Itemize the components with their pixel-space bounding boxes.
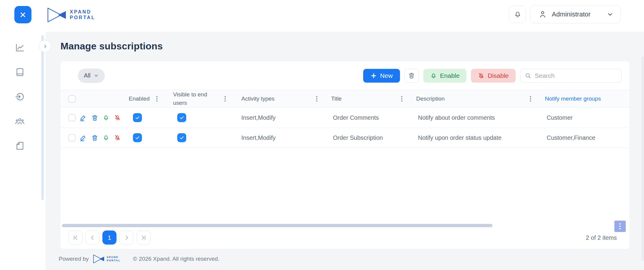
column-menu-icon[interactable] [528, 95, 533, 102]
enable-button[interactable]: Enable [423, 69, 466, 83]
first-page-icon [72, 234, 79, 241]
user-menu-label: Administrator [552, 10, 591, 18]
grid-options-button[interactable] [614, 221, 626, 232]
pagination: 1 [68, 230, 151, 245]
activity-types-cell: Insert,Modify [237, 108, 328, 128]
filter-dropdown[interactable]: All [78, 69, 105, 83]
last-page-icon [140, 234, 147, 241]
top-bar: XPAND PORTAL Administrator [0, 0, 644, 32]
previous-page-button[interactable] [85, 230, 99, 245]
sidebar [0, 32, 46, 270]
bell-icon [514, 10, 522, 18]
footer-logo: XPAND PORTAL [93, 254, 120, 263]
notify-member-groups-cell: Customer [542, 108, 629, 128]
edit-icon[interactable] [80, 134, 87, 141]
activity-types-cell: Insert,Modify [237, 128, 328, 148]
user-menu-button[interactable]: Administrator [530, 5, 621, 23]
column-menu-icon[interactable] [399, 95, 404, 102]
xpand-bowtie-logo-icon [93, 254, 104, 263]
sidebar-item-documents[interactable] [13, 141, 26, 151]
brand-name: XPAND PORTAL [70, 9, 96, 21]
sidebar-item-sign-in[interactable] [13, 92, 26, 102]
column-header-notify-member-groups[interactable]: Notify member groups [542, 90, 629, 107]
sidebar-item-analytics[interactable] [13, 43, 26, 53]
column-header-activity-types: Activity types [237, 90, 328, 107]
row-checkbox[interactable] [68, 114, 76, 122]
plus-icon [370, 72, 377, 79]
enabled-checkbox[interactable] [133, 133, 142, 142]
notify-member-groups-cell: Customer,Finance [542, 128, 629, 148]
chevron-down-icon [94, 73, 99, 78]
sidebar-item-members[interactable] [13, 116, 26, 126]
visible-checkbox[interactable] [177, 113, 186, 122]
column-menu-icon[interactable] [314, 95, 319, 102]
app-logo[interactable]: XPAND PORTAL [47, 7, 96, 22]
powered-by-label: Powered by [59, 256, 89, 262]
description-cell: Notify upon order status update [413, 128, 542, 148]
disable-row-icon[interactable] [114, 114, 121, 121]
sidebar-item-catalog[interactable] [13, 67, 26, 77]
description-cell: Notify about order comments [413, 108, 542, 128]
xpand-bowtie-logo-icon [47, 7, 66, 22]
sidebar-scroll-rail[interactable] [41, 35, 44, 200]
new-button[interactable]: New [363, 69, 400, 83]
delete-row-icon[interactable] [91, 114, 98, 121]
chevron-down-icon [607, 11, 614, 18]
delete-button[interactable] [404, 69, 419, 83]
title-cell: Order Comments [328, 108, 413, 128]
next-page-button[interactable] [119, 230, 134, 245]
table-header-row: Enabled Visible to end users Activity ty… [60, 90, 629, 108]
page-number-button[interactable]: 1 [102, 230, 116, 245]
first-page-button[interactable] [68, 230, 82, 245]
enabled-checkbox[interactable] [133, 113, 142, 122]
search-input[interactable] [535, 72, 617, 79]
edit-icon[interactable] [80, 114, 87, 121]
search-icon [525, 72, 531, 79]
column-header-enabled: Enabled [124, 90, 168, 107]
search-box [520, 69, 622, 83]
close-icon [19, 11, 27, 19]
line-chart-icon [15, 43, 25, 52]
subscriptions-card: All New [60, 61, 629, 249]
enable-button-label: Enable [440, 72, 460, 79]
row-actions [76, 128, 124, 148]
disable-row-icon[interactable] [114, 134, 121, 141]
users-group-icon [15, 116, 25, 126]
column-menu-icon[interactable] [154, 95, 159, 102]
close-menu-button[interactable] [14, 6, 31, 23]
document-icon [15, 141, 25, 151]
column-header-title: Title [328, 90, 413, 107]
column-menu-icon[interactable] [223, 95, 228, 102]
enable-row-icon[interactable] [102, 134, 110, 141]
last-page-button[interactable] [137, 230, 151, 245]
title-cell: Order Subscription [328, 128, 413, 148]
user-icon [539, 10, 547, 18]
delete-row-icon[interactable] [91, 134, 98, 141]
footer-brand-name: XPAND PORTAL [107, 256, 120, 263]
disable-button[interactable]: Disable [471, 69, 516, 83]
horizontal-scrollbar[interactable] [62, 224, 493, 227]
table-row: Insert,Modify Order Comments Notify abou… [60, 108, 629, 128]
column-header-description: Description [413, 90, 542, 107]
enable-row-icon[interactable] [102, 114, 110, 121]
main-content: Manage subscriptions All New [46, 32, 644, 270]
filter-dropdown-label: All [84, 72, 90, 79]
bell-icon [430, 72, 437, 79]
bell-off-icon [478, 72, 484, 79]
footer: Powered by XPAND PORTAL © 2026 Xpand. Al… [59, 254, 219, 263]
notifications-button[interactable] [509, 6, 526, 23]
kebab-menu-icon [618, 222, 622, 230]
visible-checkbox[interactable] [177, 133, 186, 142]
book-icon [15, 67, 25, 77]
chevron-right-icon [43, 44, 48, 49]
disable-button-label: Disable [488, 72, 509, 79]
select-all-checkbox[interactable] [68, 95, 76, 103]
chevron-left-icon [89, 234, 96, 241]
page-vertical-scrollbar[interactable] [642, 56, 644, 261]
copyright-label: © 2026 Xpand. All rights reserved. [133, 256, 219, 262]
sidebar-expand-button[interactable] [39, 40, 51, 52]
row-actions [76, 108, 124, 128]
column-header-select-all [60, 90, 76, 107]
row-checkbox[interactable] [68, 134, 76, 142]
table-row: Insert,Modify Order Subscription Notify … [60, 128, 629, 148]
